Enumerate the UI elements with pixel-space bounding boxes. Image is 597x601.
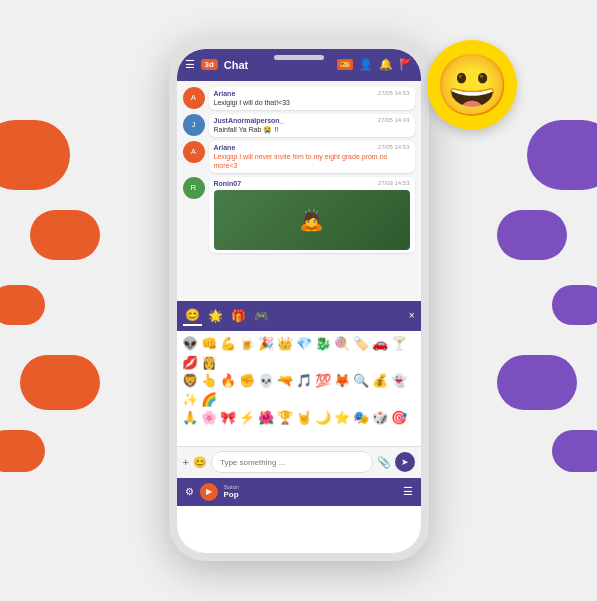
emoji-item[interactable]: ⭐ — [333, 409, 351, 427]
message-header: Ariane 27/05 14:53 — [214, 90, 410, 97]
emoji-item[interactable]: 🎵 — [295, 372, 313, 390]
menu-icon[interactable]: ☰ — [185, 58, 195, 71]
avatar: A — [183, 87, 205, 109]
message-input[interactable] — [211, 451, 373, 473]
emoji-tab-gift[interactable]: 🎁 — [229, 307, 248, 325]
bell-icon[interactable]: 🔔 — [379, 58, 393, 71]
emoji-item[interactable]: 🏆 — [276, 409, 294, 427]
emoji-picker-header: 😊 🌟 🎁 🎮 × — [177, 301, 421, 331]
send-button[interactable]: ➤ — [395, 452, 415, 472]
emoji-item[interactable]: 💪 — [219, 335, 237, 353]
station-info: Station Pop — [224, 484, 240, 499]
add-icon[interactable]: + — [183, 456, 189, 468]
app-logo: 3d — [201, 59, 218, 70]
emoji-item[interactable]: 🦁 — [181, 372, 199, 390]
flag-icon[interactable]: 🚩 — [399, 58, 413, 71]
emoji-item[interactable]: 🌸 — [200, 409, 218, 427]
emoji-icon[interactable]: 😊 — [193, 456, 207, 469]
emoji-tab-smiley[interactable]: 😊 — [183, 306, 202, 326]
decorative-blob — [30, 210, 100, 260]
emoji-tab-star[interactable]: 🌟 — [206, 307, 225, 325]
emoji-item[interactable]: 🎯 — [390, 409, 408, 427]
emoji-grid: 👽 👊 💪 🍺 🎉 👑 💎 🐉 🍭 🏷️ 🚗 🍸 💋 👸 🦁 👆 🔥 — [177, 331, 421, 446]
emoji-item[interactable]: 👽 — [181, 335, 199, 353]
message-username: JustAnormalperson_ — [214, 117, 284, 124]
decorative-blob — [497, 355, 577, 410]
emoji-tab-game[interactable]: 🎮 — [252, 307, 271, 325]
emoji-item[interactable]: 🍸 — [390, 335, 408, 353]
emoji-item[interactable]: ✨ — [181, 391, 199, 409]
message-bubble: Ronin07 27/03 14:53 🙇 — [209, 177, 415, 253]
decorative-blob — [552, 285, 597, 325]
input-area: + 😊 📎 ➤ — [177, 446, 421, 478]
emoji-row: 👽 👊 💪 🍺 🎉 👑 💎 🐉 🍭 🏷️ 🚗 🍸 💋 👸 — [181, 335, 417, 372]
message-bubble: JustAnormalperson_ 27/05 14:43 Rainfall … — [209, 114, 415, 137]
emoji-item[interactable]: 👑 — [276, 335, 294, 353]
emoji-item[interactable]: 👆 — [200, 372, 218, 390]
emoji-item[interactable]: 🌙 — [314, 409, 332, 427]
emoji-item[interactable]: 🐉 — [314, 335, 332, 353]
decorative-blob — [0, 120, 70, 190]
emoji-item[interactable]: 🔥 — [219, 372, 237, 390]
emoji-picker-close[interactable]: × — [409, 310, 415, 321]
emoji-item[interactable]: 💯 — [314, 372, 332, 390]
message-image: 🙇 — [214, 190, 410, 250]
emoji-item[interactable]: 💀 — [257, 372, 275, 390]
notification-icon[interactable]: 🎫 — [337, 59, 353, 70]
app-header: ☰ 3d Chat 🎫 👤 🔔 🚩 — [177, 49, 421, 81]
profile-icon[interactable]: 👤 — [359, 58, 373, 71]
phone-screen: ☰ 3d Chat 🎫 👤 🔔 🚩 A Ariane 27/05 14:53 — [177, 49, 421, 553]
emoji-item[interactable]: 💎 — [295, 335, 313, 353]
emoji-item[interactable]: 👸 — [200, 354, 218, 372]
emoji-item[interactable]: 🍭 — [333, 335, 351, 353]
emoji-item[interactable]: 🎭 — [352, 409, 370, 427]
emoji-item[interactable]: 💋 — [181, 354, 199, 372]
emoji-item[interactable]: 👊 — [200, 335, 218, 353]
bottom-menu-icon[interactable]: ☰ — [403, 485, 413, 498]
emoji-item[interactable]: 🤘 — [295, 409, 313, 427]
message-header: Ronin07 27/03 14:53 — [214, 180, 410, 187]
message-bubble: Ariane 27/05 14:53 Lexigigi I will never… — [209, 141, 415, 173]
image-figure: 🙇 — [299, 208, 324, 232]
emoji-item[interactable]: 🔫 — [276, 372, 294, 390]
emoji-item[interactable]: 👻 — [390, 372, 408, 390]
message-header: JustAnormalperson_ 27/05 14:43 — [214, 117, 410, 124]
message-username: Ariane — [214, 144, 236, 151]
message-text: Rainfall Ya Rab 😭 !! — [214, 125, 410, 134]
play-icon: ▶ — [206, 487, 212, 496]
emoji-item[interactable]: 🏷️ — [352, 335, 370, 353]
emoji-item[interactable]: 🍺 — [238, 335, 256, 353]
message-text: Lexigigi I will never invite him to my e… — [214, 152, 410, 170]
message-time: 27/05 14:53 — [378, 144, 410, 150]
emoji-item[interactable]: 🌈 — [200, 391, 218, 409]
phone-mockup: ☰ 3d Chat 🎫 👤 🔔 🚩 A Ariane 27/05 14:53 — [169, 41, 429, 561]
emoji-row: 🙏 🌸 🎀 ⚡ 🌺 🏆 🤘 🌙 ⭐ 🎭 🎲 🎯 — [181, 409, 417, 427]
decorative-blob — [552, 430, 597, 472]
emoji-decoration: 😀 — [427, 40, 517, 130]
message-text: Lexigigi I will do that!<33 — [214, 98, 410, 107]
phone-speaker — [274, 55, 324, 60]
table-row: A Ariane 27/05 14:53 Lexigigi I will nev… — [183, 141, 415, 173]
filter-icon[interactable]: ⚙ — [185, 486, 194, 497]
emoji-item[interactable]: ⚡ — [238, 409, 256, 427]
emoji-item[interactable]: 🔍 — [352, 372, 370, 390]
decorative-blob — [20, 355, 100, 410]
emoji-item[interactable]: 🎉 — [257, 335, 275, 353]
emoji-item[interactable]: 🎲 — [371, 409, 389, 427]
decorative-blob — [497, 210, 567, 260]
attachment-icon[interactable]: 📎 — [377, 456, 391, 469]
bottom-bar: ⚙ ▶ Station Pop ☰ — [177, 478, 421, 506]
message-username: Ariane — [214, 90, 236, 97]
emoji-item[interactable]: 🌺 — [257, 409, 275, 427]
emoji-item[interactable]: 🚗 — [371, 335, 389, 353]
avatar: R — [183, 177, 205, 199]
emoji-item[interactable]: 🎀 — [219, 409, 237, 427]
decorative-blob — [0, 430, 45, 472]
play-button[interactable]: ▶ — [200, 483, 218, 501]
emoji-item[interactable]: 🙏 — [181, 409, 199, 427]
emoji-item[interactable]: 💰 — [371, 372, 389, 390]
avatar: A — [183, 141, 205, 163]
message-time: 27/05 14:43 — [378, 117, 410, 123]
emoji-item[interactable]: 🦊 — [333, 372, 351, 390]
emoji-item[interactable]: ✊ — [238, 372, 256, 390]
